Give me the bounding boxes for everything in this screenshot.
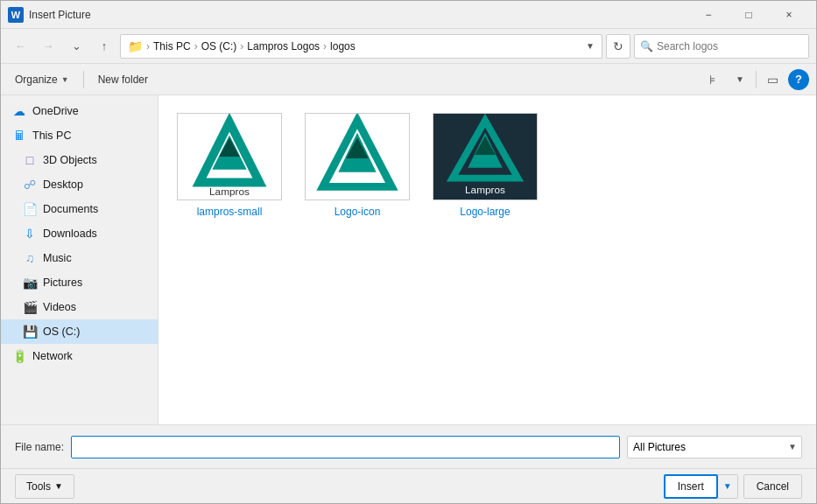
sidebar-label-music: Music xyxy=(43,252,72,264)
path-segment-thispc: This PC xyxy=(153,40,191,52)
sidebar-label-videos: Videos xyxy=(43,301,76,313)
path-segment-lampros: Lampros Logos xyxy=(247,40,320,52)
cancel-button[interactable]: Cancel xyxy=(743,474,802,499)
organize-chevron: ▼ xyxy=(61,75,69,84)
sidebar-label-pictures: Pictures xyxy=(43,276,82,289)
view-grid-button[interactable]: ⊧ xyxy=(700,69,724,90)
view-dropdown-button[interactable]: ▼ xyxy=(728,69,752,90)
bottom-actions: Tools ▼ Insert ▼ Cancel xyxy=(1,468,816,503)
main-content: ☁ OneDrive 🖩 This PC □ 3D Objects ☍ Desk… xyxy=(1,95,816,424)
app-icon: W xyxy=(8,7,24,23)
file-thumb-lampros-small: Lampros xyxy=(177,113,282,200)
sidebar-item-videos[interactable]: 🎬 Videos xyxy=(1,295,158,319)
sidebar-label-onedrive: OneDrive xyxy=(32,105,79,117)
toolbar: Organize ▼ New folder ⊧ ▼ ▭ ? xyxy=(1,64,816,95)
sidebar-label-os: OS (C:) xyxy=(43,326,80,338)
videos-icon: 🎬 xyxy=(22,299,38,315)
sidebar-label-downloads: Downloads xyxy=(43,228,97,240)
insert-button-group: Insert ▼ xyxy=(664,474,738,499)
dropdown-button[interactable]: ⌄ xyxy=(64,34,88,59)
back-button[interactable]: ← xyxy=(8,34,32,59)
tools-chevron-icon: ▼ xyxy=(54,481,63,491)
sidebar-item-3d-objects[interactable]: □ 3D Objects xyxy=(1,148,158,172)
file-item-lampros-small[interactable]: Lampros lampros-small xyxy=(173,109,286,221)
svg-text:Lampros: Lampros xyxy=(465,184,505,196)
path-segment-osc: OS (C:) xyxy=(201,40,237,52)
sidebar-label-network: Network xyxy=(32,350,73,362)
svg-text:Lampros: Lampros xyxy=(209,186,250,198)
sidebar-item-os-c[interactable]: 💾 OS (C:) xyxy=(1,319,158,344)
sidebar-item-this-pc[interactable]: 🖩 This PC xyxy=(1,123,158,148)
toolbar-sep-2 xyxy=(756,71,757,88)
address-path[interactable]: 📁 › This PC › OS (C:) › Lampros Logos › … xyxy=(120,34,602,59)
sidebar-item-pictures[interactable]: 📷 Pictures xyxy=(1,270,158,295)
organize-button[interactable]: Organize ▼ xyxy=(8,69,76,90)
file-name-logo-icon: Logo-icon xyxy=(335,206,381,218)
insert-split-button[interactable]: ▼ xyxy=(718,474,738,499)
up-button[interactable]: ↑ xyxy=(92,34,116,59)
title-bar: W Insert Picture − □ × xyxy=(1,1,816,29)
file-name-input[interactable] xyxy=(71,436,620,458)
network-icon: 🔋 xyxy=(11,348,27,364)
file-item-logo-icon[interactable]: Logo-icon xyxy=(300,109,414,221)
maximize-button[interactable]: □ xyxy=(729,1,769,29)
sidebar: ☁ OneDrive 🖩 This PC □ 3D Objects ☍ Desk… xyxy=(1,95,158,424)
sidebar-label-desktop: Desktop xyxy=(43,178,83,191)
file-name-logo-large: Logo-large xyxy=(460,206,510,218)
help-button[interactable]: ? xyxy=(788,69,809,90)
forward-button[interactable]: → xyxy=(36,34,60,59)
sidebar-label-documents: Documents xyxy=(43,203,98,215)
downloads-icon: ⇩ xyxy=(22,226,38,242)
close-button[interactable]: × xyxy=(769,1,809,29)
bottom-bar: File name: All Pictures PNG JPEG BMP GIF… xyxy=(1,424,816,468)
docs-icon: 📄 xyxy=(22,201,38,217)
search-input[interactable] xyxy=(657,40,803,52)
music-icon: ♫ xyxy=(22,250,38,266)
sidebar-item-network[interactable]: 🔋 Network xyxy=(1,344,158,368)
pc-icon: 🖩 xyxy=(11,128,27,144)
sidebar-item-documents[interactable]: 📄 Documents xyxy=(1,197,158,221)
details-pane-button[interactable]: ▭ xyxy=(760,69,785,90)
sidebar-item-downloads[interactable]: ⇩ Downloads xyxy=(1,221,158,246)
sidebar-label-this-pc: This PC xyxy=(32,130,71,142)
path-segment-logos: logos xyxy=(330,40,356,52)
refresh-button[interactable]: ↻ xyxy=(606,34,630,59)
file-item-logo-large[interactable]: Lampros Logo-large xyxy=(428,109,542,221)
file-type-wrapper: All Pictures PNG JPEG BMP GIF TIFF ▼ xyxy=(627,436,802,458)
path-dropdown-button[interactable]: ▼ xyxy=(586,41,595,51)
sidebar-item-desktop[interactable]: ☍ Desktop xyxy=(1,172,158,197)
sidebar-label-3d: 3D Objects xyxy=(43,154,97,166)
new-folder-button[interactable]: New folder xyxy=(91,69,155,90)
file-area: Lampros lampros-small Logo-icon xyxy=(158,95,816,424)
search-box: 🔍 xyxy=(634,34,809,59)
insert-picture-window: W Insert Picture − □ × ← → ⌄ ↑ 📁 › This … xyxy=(0,0,817,504)
file-type-select[interactable]: All Pictures PNG JPEG BMP GIF TIFF xyxy=(627,436,802,458)
toolbar-separator xyxy=(83,71,84,88)
3d-icon: □ xyxy=(22,152,38,168)
address-bar: ← → ⌄ ↑ 📁 › This PC › OS (C:) › Lampros … xyxy=(1,29,816,64)
desktop-icon: ☍ xyxy=(22,177,38,192)
file-thumb-logo-icon xyxy=(305,113,410,200)
window-title: Insert Picture xyxy=(29,9,688,21)
os-icon: 💾 xyxy=(22,324,38,340)
window-controls: − □ × xyxy=(688,1,809,29)
minimize-button[interactable]: − xyxy=(688,1,729,29)
insert-button[interactable]: Insert xyxy=(664,474,718,499)
sidebar-item-music[interactable]: ♫ Music xyxy=(1,246,158,270)
toolbar-right: ⊧ ▼ ▭ ? xyxy=(700,69,809,90)
file-name-lampros-small: lampros-small xyxy=(197,206,263,218)
sidebar-item-onedrive[interactable]: ☁ OneDrive xyxy=(1,99,158,123)
tools-button[interactable]: Tools ▼ xyxy=(15,474,74,499)
pictures-icon: 📷 xyxy=(22,275,38,290)
onedrive-icon: ☁ xyxy=(11,103,27,119)
search-icon: 🔍 xyxy=(640,40,653,52)
file-name-label: File name: xyxy=(15,441,64,453)
file-thumb-logo-large: Lampros xyxy=(433,113,538,200)
folder-icon: 📁 xyxy=(128,39,143,53)
